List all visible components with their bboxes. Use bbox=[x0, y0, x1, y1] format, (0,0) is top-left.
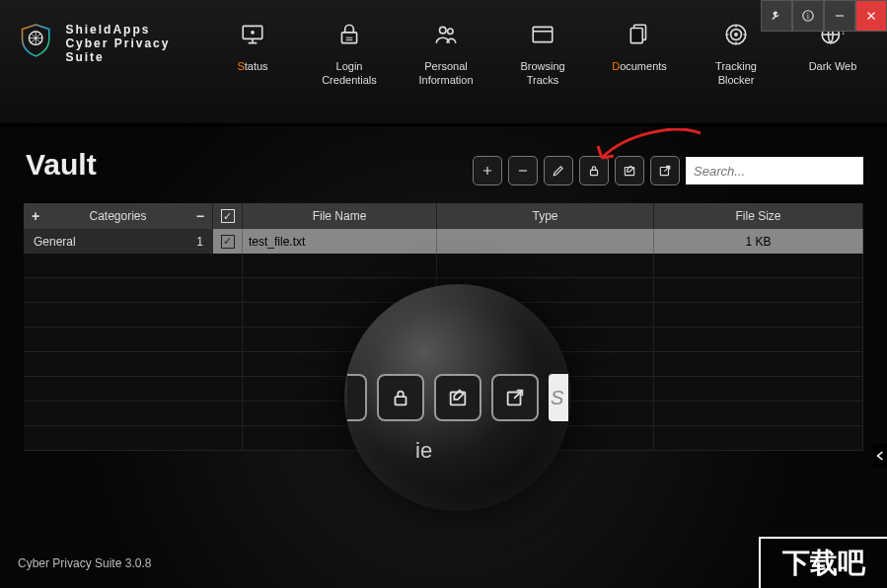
info-icon: i bbox=[801, 9, 815, 23]
file-name-header[interactable]: File Name bbox=[243, 203, 437, 229]
toolbar-rename-button[interactable] bbox=[615, 156, 644, 185]
nav-label: Documents bbox=[612, 59, 667, 73]
toolbar-add-button[interactable] bbox=[473, 156, 502, 185]
chevron-left-icon bbox=[876, 451, 884, 461]
toolbar-open-external-button[interactable] bbox=[650, 156, 680, 185]
shield-icon bbox=[18, 22, 53, 65]
brand-name-bottom: Cyber Privacy Suite bbox=[65, 37, 188, 64]
window-icon bbox=[528, 22, 557, 47]
toolbar-lock-button[interactable] bbox=[579, 156, 609, 185]
window-settings-button[interactable] bbox=[761, 0, 792, 32]
file-row-checkbox[interactable] bbox=[213, 229, 243, 254]
magnified-rename-button bbox=[434, 374, 481, 421]
category-row[interactable]: General 1 bbox=[24, 229, 213, 254]
brand-name-top: ShieldApps bbox=[65, 23, 188, 37]
svg-rect-11 bbox=[630, 29, 642, 43]
window-close-button[interactable] bbox=[855, 0, 887, 32]
categories-header: Categories bbox=[89, 209, 146, 223]
magnified-external-button bbox=[491, 374, 539, 421]
expand-panel-button[interactable] bbox=[873, 444, 887, 468]
nav-documents[interactable]: Documents bbox=[603, 22, 676, 73]
magnified-lock-button bbox=[377, 374, 424, 421]
svg-point-8 bbox=[448, 29, 453, 34]
svg-rect-20 bbox=[396, 397, 407, 404]
toolbar-edit-button[interactable] bbox=[544, 156, 573, 185]
svg-point-14 bbox=[735, 34, 737, 36]
file-size-header[interactable]: File Size bbox=[654, 203, 863, 229]
window-minimize-button[interactable] bbox=[824, 0, 855, 32]
file-type-header[interactable]: Type bbox=[437, 203, 654, 229]
padlock-icon bbox=[334, 22, 364, 47]
plus-icon bbox=[480, 164, 494, 178]
file-row-size: 1 KB bbox=[654, 229, 863, 254]
people-icon bbox=[431, 22, 461, 47]
svg-point-5 bbox=[252, 32, 254, 34]
file-row-name: test_file.txt bbox=[243, 229, 437, 254]
minimize-icon bbox=[833, 9, 847, 23]
close-icon bbox=[864, 9, 878, 23]
nav-status[interactable]: Status bbox=[216, 22, 289, 73]
file-select-all-checkbox[interactable] bbox=[213, 203, 243, 229]
svg-rect-17 bbox=[591, 170, 598, 175]
category-add-button[interactable]: + bbox=[32, 208, 39, 224]
nav-label: Dark Web bbox=[809, 59, 857, 73]
window-info-button[interactable]: i bbox=[792, 0, 824, 32]
brand-logo: ShieldApps Cyber Privacy Suite bbox=[18, 22, 188, 65]
documents-icon bbox=[625, 22, 654, 47]
external-icon bbox=[504, 387, 526, 408]
lock-icon bbox=[390, 387, 411, 408]
app-version-footer: Cyber Privacy Suite 3.0.8 bbox=[18, 556, 151, 570]
wrench-icon bbox=[770, 9, 783, 23]
monitor-icon bbox=[238, 22, 267, 47]
rename-icon bbox=[623, 164, 636, 178]
nav-label: Personal Information bbox=[409, 59, 482, 88]
category-count: 1 bbox=[196, 235, 203, 249]
category-name: General bbox=[34, 235, 76, 249]
nav-personal-information[interactable]: Personal Information bbox=[409, 22, 482, 88]
magnified-search-fragment: S bbox=[549, 374, 568, 421]
svg-rect-9 bbox=[533, 27, 553, 41]
nav-label: Browsing Tracks bbox=[506, 59, 579, 88]
nav-label: Tracking Blocker bbox=[700, 59, 773, 88]
source-watermark: 下载吧 bbox=[759, 537, 887, 588]
rename-icon bbox=[447, 387, 469, 408]
magnified-button-fragment bbox=[347, 374, 367, 421]
svg-text:i: i bbox=[807, 12, 810, 21]
radar-icon bbox=[721, 22, 751, 47]
minus-icon bbox=[516, 164, 530, 178]
pencil-icon bbox=[552, 164, 565, 178]
magnifier-overlay: S ie bbox=[344, 284, 571, 511]
toolbar-remove-button[interactable] bbox=[508, 156, 538, 185]
magnified-text-fragment: ie bbox=[415, 438, 432, 464]
nav-label: Login Credentials bbox=[313, 59, 386, 88]
nav-login-credentials[interactable]: Login Credentials bbox=[313, 22, 386, 88]
svg-point-7 bbox=[440, 27, 447, 34]
search-input[interactable] bbox=[686, 157, 863, 184]
external-icon bbox=[658, 164, 672, 178]
file-row-type bbox=[437, 229, 654, 254]
nav-label: Status bbox=[237, 59, 267, 73]
file-row[interactable]: test_file.txt 1 KB bbox=[213, 229, 863, 254]
lock-icon bbox=[587, 164, 601, 178]
svg-rect-2 bbox=[836, 15, 844, 16]
nav-browsing-tracks[interactable]: Browsing Tracks bbox=[506, 22, 579, 88]
category-remove-button[interactable]: − bbox=[196, 208, 204, 224]
